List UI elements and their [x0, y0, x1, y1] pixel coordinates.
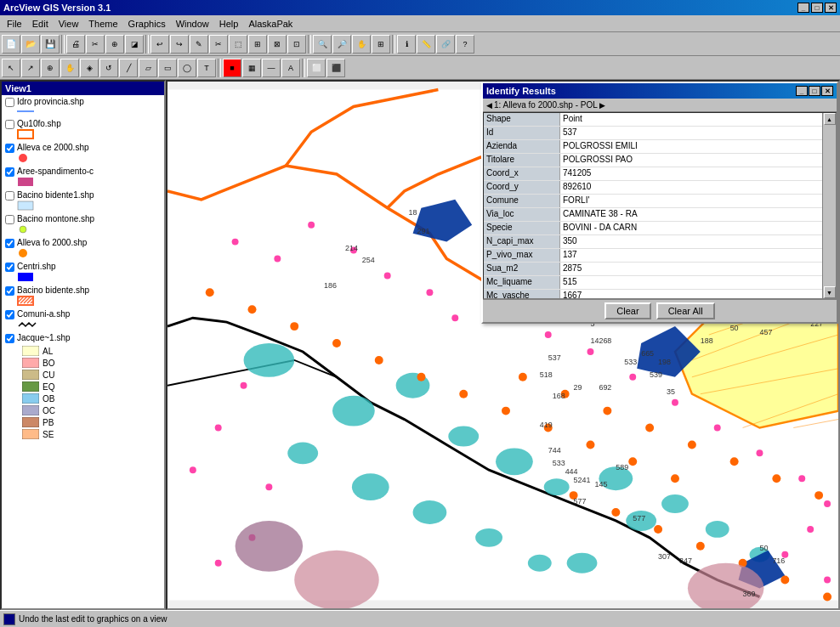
layer-alleva-fo[interactable]: Alleva fo 2000.shp — [2, 236, 164, 260]
scroll-down[interactable]: ▼ — [824, 286, 836, 298]
layer-checkbox-jacque[interactable] — [5, 334, 14, 343]
layer-checkbox-alleva-ce[interactable] — [5, 144, 14, 153]
pan-btn[interactable]: ✋ — [352, 35, 371, 54]
menu-theme[interactable]: Theme — [83, 18, 122, 30]
layer-checkbox-comuni[interactable] — [5, 310, 14, 319]
identify-maximize[interactable]: □ — [809, 86, 820, 96]
layer-label-alleva-fo: Alleva fo 2000.shp — [17, 238, 87, 247]
layer-checkbox-centri[interactable] — [5, 263, 14, 272]
save-btn[interactable]: 💾 — [41, 35, 60, 54]
svg-point-2 — [19, 154, 27, 162]
menu-file[interactable]: File — [2, 18, 27, 30]
print-btn[interactable]: 🖨 — [66, 35, 85, 54]
fill-btn[interactable]: ▦ — [242, 59, 261, 77]
tool8[interactable]: ✂ — [209, 35, 228, 54]
tool11[interactable]: ⊠ — [268, 35, 287, 54]
draw-rect-btn[interactable]: ▭ — [158, 59, 177, 77]
layer-qu10fo[interactable]: Qu10fo.shp — [2, 117, 164, 141]
layer-checkbox-idro[interactable] — [5, 98, 14, 107]
tool6[interactable]: ↪ — [170, 35, 189, 54]
identify-close[interactable]: ✕ — [821, 86, 833, 96]
rotate-btn[interactable]: ↺ — [99, 59, 118, 77]
extent-btn[interactable]: ⊞ — [372, 35, 390, 54]
font-btn[interactable]: A — [281, 59, 300, 77]
menu-window[interactable]: Window — [171, 18, 214, 30]
identify-result-bar: ◀ 1: Alleva fo 2000.shp - POL ▶ — [483, 99, 837, 112]
result-arrow-right: ▶ — [599, 101, 605, 110]
hotlink-btn[interactable]: 🔗 — [436, 35, 455, 54]
menu-graphics[interactable]: Graphics — [123, 18, 171, 30]
svg-point-114 — [294, 551, 378, 608]
open-btn[interactable]: 📂 — [21, 35, 40, 54]
tool4[interactable]: ◪ — [125, 35, 144, 54]
layer-checkbox-montone[interactable] — [5, 215, 14, 224]
new-btn[interactable]: 📄 — [2, 35, 20, 54]
scrollbar-right[interactable]: ▲ ▼ — [822, 113, 836, 298]
layer-bacino-montone[interactable]: Bacino montone.shp — [2, 212, 164, 236]
svg-point-6 — [19, 249, 27, 257]
identify-table-scroll[interactable]: Shape Point Id 537 Azienda POLGROSSI EMI… — [484, 113, 822, 298]
tool12[interactable]: ⊡ — [287, 35, 306, 54]
layer-label-idro: Idro provincia.shp — [17, 97, 84, 106]
zoom-out-btn[interactable]: 🔎 — [332, 35, 351, 54]
menu-view[interactable]: View — [54, 18, 84, 30]
svg-point-61 — [232, 239, 239, 246]
identify-window: Identify Results _ □ ✕ ◀ 1: Alleva fo 20… — [481, 82, 838, 324]
tool5[interactable]: ↩ — [150, 35, 169, 54]
tool10[interactable]: ⊞ — [248, 35, 267, 54]
main-area: View1 Idro provincia.shp Qu10fo.shp Alle… — [0, 80, 840, 610]
ungroup-btn[interactable]: ⬛ — [326, 59, 345, 77]
draw-poly-btn[interactable]: ▱ — [139, 59, 157, 77]
layer-alleva-ce[interactable]: Alleva ce 2000.shp — [2, 141, 164, 165]
text-btn[interactable]: T — [197, 59, 216, 77]
tool3[interactable]: ⊕ — [105, 35, 124, 54]
select-btn[interactable]: ↖ — [2, 59, 20, 77]
query-btn[interactable]: ? — [456, 35, 474, 54]
svg-text:50: 50 — [730, 324, 739, 332]
menu-alaskapak[interactable]: AlaskaPak — [243, 18, 298, 30]
svg-point-90 — [375, 356, 383, 364]
layer-checkbox-alleva-fo[interactable] — [5, 239, 14, 248]
draw-line-btn[interactable]: ╱ — [119, 59, 138, 77]
pan2-btn[interactable]: ✋ — [60, 59, 79, 77]
svg-point-42 — [332, 396, 375, 426]
scroll-up[interactable]: ▲ — [824, 113, 836, 125]
identify-minimize[interactable]: _ — [796, 86, 808, 96]
layer-bacino-bidente1[interactable]: Bacino bidente1.shp — [2, 189, 164, 212]
zoom-in-btn[interactable]: 🔍 — [313, 35, 332, 54]
layer-jacque[interactable]: Jacque~1.shp — [2, 331, 164, 345]
zoom2-btn[interactable]: ⊕ — [41, 59, 60, 77]
layer-label-montone: Bacino montone.shp — [17, 214, 94, 223]
clear-all-button[interactable]: Clear All — [656, 302, 715, 319]
layer-checkbox-bacino-bidente[interactable] — [5, 286, 14, 296]
minimize-btn[interactable]: _ — [797, 3, 809, 13]
clear-button[interactable]: Clear — [604, 302, 650, 319]
svg-point-75 — [798, 475, 805, 482]
color-btn[interactable]: ■ — [223, 59, 241, 77]
group-btn[interactable]: ⬜ — [307, 59, 326, 77]
layer-checkbox-aree[interactable] — [5, 167, 14, 177]
layer-checkbox-qu10fo[interactable] — [5, 120, 14, 129]
menu-edit[interactable]: Edit — [27, 18, 54, 30]
layer-bacino-bidente[interactable]: Bacino bidente.shp — [2, 284, 164, 308]
map-area[interactable]: 18 291 214 254 186 3 720 5 335 5 14268 5… — [166, 80, 840, 610]
identify-btn[interactable]: ℹ — [397, 35, 416, 54]
layer-comuni[interactable]: Comuni-a.shp — [2, 308, 164, 331]
layer-checkbox-bacino1[interactable] — [5, 191, 14, 201]
maximize-btn[interactable]: □ — [811, 3, 823, 13]
menu-help[interactable]: Help — [214, 18, 244, 30]
svg-point-82 — [190, 466, 196, 473]
draw-circle-btn[interactable]: ◯ — [178, 59, 196, 77]
pointer-btn[interactable]: ↗ — [21, 59, 40, 77]
measure-btn[interactable]: 📏 — [417, 35, 435, 54]
tool9[interactable]: ⬚ — [229, 35, 247, 54]
close-btn[interactable]: ✕ — [825, 3, 837, 13]
svg-point-100 — [603, 407, 611, 415]
vertex-btn[interactable]: ◈ — [80, 59, 99, 77]
tool7[interactable]: ✎ — [190, 35, 208, 54]
layer-centri[interactable]: Centri.shp — [2, 260, 164, 284]
line-width-btn[interactable]: — — [262, 59, 281, 77]
layer-idro-provincia[interactable]: Idro provincia.shp — [2, 95, 164, 117]
tool2[interactable]: ✂ — [86, 35, 105, 54]
layer-aree-spandimento[interactable]: Aree-spandimento-c — [2, 165, 164, 189]
